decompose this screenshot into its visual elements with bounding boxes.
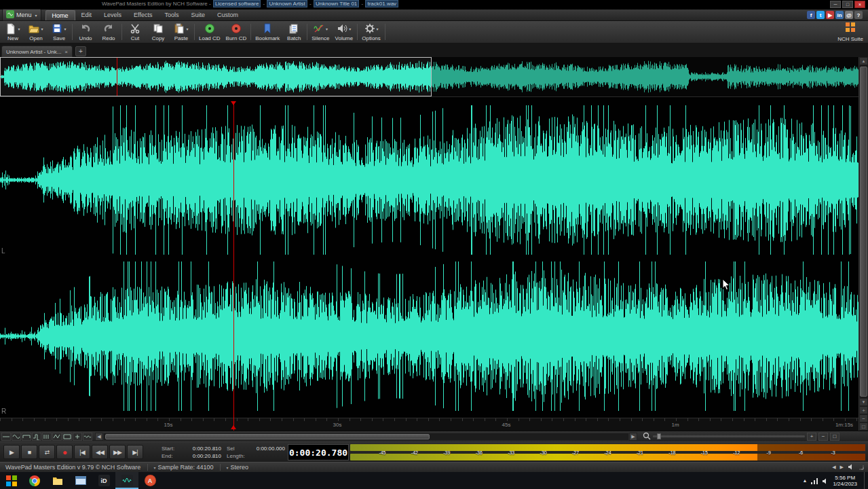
bookmark-button[interactable]: Bookmark — [252, 22, 282, 42]
zoom-slider[interactable] — [653, 435, 805, 437]
overview-strip[interactable] — [0, 57, 858, 97]
menu-tab-edit[interactable]: Edit — [75, 10, 98, 20]
playhead-cursor[interactable] — [233, 102, 234, 431]
skip-to-end-button[interactable]: ▶| — [127, 445, 143, 459]
youtube-icon[interactable]: ▶ — [826, 11, 834, 19]
open-button[interactable]: ▾Open — [24, 22, 48, 42]
display-tool-icon-2[interactable] — [12, 433, 21, 441]
chrome-icon[interactable] — [23, 472, 46, 489]
vertical-scroll-thumb[interactable] — [860, 67, 867, 397]
batch-button[interactable]: Batch — [282, 22, 305, 42]
options-dropdown-arrow[interactable]: ▾ — [377, 26, 379, 31]
record-button[interactable]: ● — [56, 445, 73, 459]
help-icon[interactable]: ? — [854, 11, 863, 19]
start-button[interactable] — [0, 472, 23, 489]
speaker-icon[interactable] — [848, 464, 854, 471]
menu-tab-home[interactable]: Home — [45, 10, 75, 20]
vertical-zoom-out-button[interactable]: − — [859, 414, 868, 422]
scroll-up-button[interactable]: ▲ — [859, 57, 868, 65]
loop-button[interactable]: ⇄ — [39, 445, 55, 459]
app-window-icon[interactable] — [69, 472, 92, 489]
menu-button[interactable]: Menu ▾ — [2, 9, 41, 21]
save-button[interactable]: ▾Save — [48, 22, 71, 42]
new-button[interactable]: ▾New — [1, 22, 24, 42]
menu-tab-levels[interactable]: Levels — [98, 10, 128, 20]
pan-left-icon[interactable]: ◀ — [832, 465, 835, 470]
display-tool-icon-9[interactable] — [83, 433, 92, 441]
burn-cd-button[interactable]: Burn CD — [223, 22, 250, 42]
file-explorer-icon[interactable] — [46, 472, 69, 489]
nch-suite-button[interactable]: NCH Suite — [834, 22, 867, 41]
vertical-zoom-fit-button[interactable]: □ — [859, 422, 868, 431]
display-tool-icon-5[interactable] — [42, 433, 52, 441]
menu-tab-effects[interactable]: Effects — [128, 10, 158, 20]
display-tool-icon-8[interactable] — [73, 433, 82, 441]
display-tool-icon-6[interactable] — [52, 433, 62, 441]
sample-rate-selector[interactable]: ▾ Sample Rate: 44100 — [153, 464, 213, 471]
vertical-zoom-in-button[interactable]: + — [859, 406, 868, 414]
horizontal-scroll-track[interactable] — [103, 433, 629, 441]
main-wave-canvas[interactable] — [0, 102, 858, 418]
display-tool-icon-4[interactable] — [32, 433, 41, 441]
email-icon[interactable]: @ — [845, 11, 853, 19]
close-button[interactable]: × — [854, 1, 865, 8]
minimize-button[interactable]: ─ — [830, 1, 841, 8]
volume-button[interactable]: ▾Volume — [333, 22, 356, 42]
paste-dropdown-arrow[interactable]: ▾ — [186, 26, 188, 31]
twitter-icon[interactable]: t — [816, 11, 825, 19]
display-tool-icon-1[interactable] — [1, 433, 11, 441]
overview-visible-region[interactable] — [0, 57, 432, 96]
options-button[interactable]: ▾Options — [359, 22, 383, 42]
document-tab[interactable]: Unknown Artist - Unk... × — [1, 46, 73, 57]
copy-button[interactable]: Copy — [147, 22, 170, 42]
undo-button[interactable]: Undo — [74, 22, 97, 42]
channel-mode-selector[interactable]: ▾ Stereo — [226, 464, 248, 471]
menu-tab-tools[interactable]: Tools — [158, 10, 185, 20]
skip-to-start-button[interactable]: |◀ — [74, 445, 90, 459]
tray-expand-icon[interactable]: ▲ — [802, 478, 807, 483]
open-dropdown-arrow[interactable]: ▾ — [41, 26, 43, 31]
linkedin-icon[interactable]: in — [835, 11, 844, 19]
network-tray-icon[interactable] — [811, 475, 818, 487]
volume-tray-icon[interactable] — [822, 475, 829, 487]
avg-icon[interactable]: A — [138, 472, 162, 489]
zoom-out-button[interactable]: − — [818, 433, 828, 441]
display-tool-icon-7[interactable] — [62, 433, 72, 441]
display-tool-icon-3[interactable] — [22, 433, 31, 441]
scroll-right-button[interactable]: ▶ — [629, 433, 637, 441]
new-tab-button[interactable]: + — [75, 46, 86, 56]
zoom-in-button[interactable]: + — [807, 433, 816, 441]
waveform-display[interactable]: L R — [0, 97, 858, 418]
redo-button[interactable]: Redo — [97, 22, 120, 42]
fast-forward-button[interactable]: ▶▶ — [109, 445, 126, 459]
taskbar-clock[interactable]: 5:56 PM 1/24/2023 — [833, 475, 857, 487]
silence-button[interactable]: ▾Silence — [309, 22, 332, 42]
rewind-button[interactable]: ◀◀ — [92, 445, 108, 459]
silence-dropdown-arrow[interactable]: ▾ — [326, 26, 328, 31]
maximize-button[interactable]: □ — [842, 1, 853, 8]
id-app-icon[interactable]: iD — [92, 472, 115, 489]
pan-right-icon[interactable]: ▶ — [840, 465, 844, 470]
timeline-ruler[interactable]: 15s30s45s1m1m:15s — [0, 418, 858, 431]
wavepad-icon[interactable] — [115, 472, 138, 489]
tab-close-icon[interactable]: × — [64, 49, 68, 55]
zoom-slider-knob[interactable] — [657, 433, 661, 439]
load-cd-button[interactable]: Load CD — [196, 22, 223, 42]
zoom-full-button[interactable]: □ — [830, 433, 839, 441]
vertical-scrollbar[interactable]: ▲ ▼ + − □ — [858, 57, 868, 431]
horizontal-scrollbar[interactable]: ◀ ▶ — [95, 433, 637, 441]
scroll-left-button[interactable]: ◀ — [95, 433, 103, 441]
scroll-down-button[interactable]: ▼ — [859, 398, 868, 406]
play-button[interactable]: ▶ — [3, 445, 20, 459]
vertical-scroll-track[interactable] — [859, 65, 868, 398]
facebook-icon[interactable]: f — [807, 11, 815, 19]
volume-dropdown-arrow[interactable]: ▾ — [349, 26, 351, 31]
paste-button[interactable]: ▾Paste — [170, 22, 193, 42]
save-dropdown-arrow[interactable]: ▾ — [64, 26, 66, 31]
show-desktop-button[interactable] — [864, 472, 867, 489]
new-dropdown-arrow[interactable]: ▾ — [18, 26, 20, 31]
menu-tab-custom[interactable]: Custom — [211, 10, 244, 20]
stop-button[interactable]: ■ — [21, 445, 37, 459]
horizontal-scroll-thumb[interactable] — [105, 434, 430, 439]
cut-button[interactable]: Cut — [124, 22, 147, 42]
